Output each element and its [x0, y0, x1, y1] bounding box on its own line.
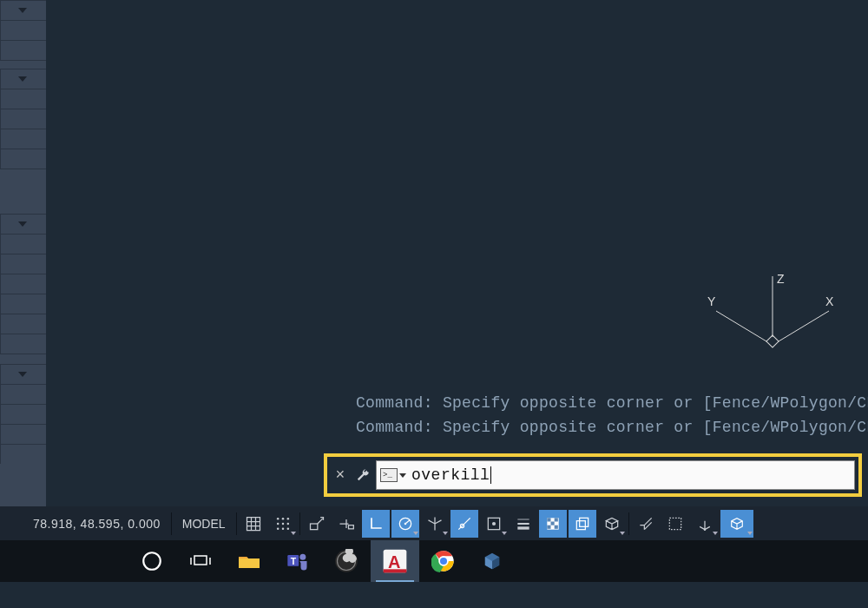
panel-cell[interactable]: [0, 274, 46, 294]
taskbar-autodesk-app[interactable]: [468, 540, 516, 582]
svg-text:A: A: [388, 552, 400, 572]
panel-cell[interactable]: [0, 404, 46, 424]
selection-cycling-button[interactable]: [569, 510, 596, 538]
chevron-down-icon: [502, 532, 507, 535]
panel-cell[interactable]: [0, 254, 46, 274]
model-space-button[interactable]: MODEL: [174, 517, 234, 531]
panel-cell[interactable]: [0, 129, 46, 149]
customize-icon[interactable]: [353, 466, 372, 485]
svg-point-4: [276, 517, 279, 519]
panel-dropdown[interactable]: [0, 69, 46, 89]
infer-constraints-button[interactable]: [303, 510, 331, 538]
svg-rect-25: [554, 525, 557, 528]
chevron-down-icon: [747, 532, 753, 535]
2d-object-snap-button[interactable]: [480, 510, 508, 538]
ucs-y-label: Y: [707, 294, 716, 308]
ortho-mode-button[interactable]: [362, 510, 390, 538]
svg-point-11: [281, 527, 284, 530]
drawing-canvas[interactable]: Z X Y Command: Specify opposite corner o…: [46, 0, 868, 506]
svg-point-6: [286, 517, 289, 519]
ucs-x-label: X: [825, 294, 834, 308]
panel-divider: [0, 60, 46, 69]
lineweight-button[interactable]: [510, 510, 537, 538]
divider: [171, 512, 172, 535]
svg-rect-0: [766, 335, 779, 347]
chevron-down-icon: [18, 8, 27, 13]
svg-rect-13: [310, 524, 317, 530]
panel-cell[interactable]: [0, 424, 46, 444]
svg-text:T: T: [291, 556, 297, 566]
3d-object-snap-button[interactable]: [598, 510, 626, 538]
coordinates-readout[interactable]: 78.918, 48.595, 0.000: [0, 517, 169, 531]
panel-gap: [0, 169, 46, 214]
svg-rect-31: [194, 556, 207, 565]
object-snap-tracking-button[interactable]: [450, 510, 478, 538]
svg-rect-26: [576, 520, 585, 529]
snap-mode-button[interactable]: [269, 510, 297, 538]
panel-cell[interactable]: [0, 444, 46, 464]
command-input[interactable]: >_ overkill: [376, 460, 855, 490]
ucs-z-label: Z: [777, 272, 785, 286]
command-history: Command: Specify opposite corner or [Fen…: [356, 391, 868, 439]
panel-dropdown[interactable]: [0, 0, 46, 20]
isometric-drafting-button[interactable]: [421, 510, 449, 538]
panel-cell[interactable]: [0, 294, 46, 314]
command-history-line: Command: Specify opposite corner or [Fen…: [356, 415, 868, 439]
svg-point-19: [491, 521, 495, 525]
command-prompt-icon: >_: [380, 468, 398, 482]
dynamic-ucs-button[interactable]: [632, 510, 660, 538]
svg-point-5: [281, 517, 284, 519]
selection-filter-button[interactable]: [661, 510, 689, 538]
recent-commands-icon[interactable]: [399, 473, 406, 478]
svg-point-29: [703, 528, 706, 531]
svg-point-10: [276, 527, 279, 530]
svg-rect-21: [547, 518, 550, 521]
svg-rect-28: [669, 518, 681, 529]
taskbar-cortana[interactable]: [128, 540, 176, 582]
text-caret: [490, 466, 491, 484]
panel-cell[interactable]: [0, 334, 46, 354]
svg-rect-23: [550, 521, 554, 525]
panel-cell[interactable]: [0, 314, 46, 334]
panel-dropdown[interactable]: [0, 214, 46, 234]
taskbar-task-view[interactable]: [176, 540, 225, 582]
svg-point-9: [286, 522, 289, 525]
divider: [236, 512, 237, 535]
gizmo-button[interactable]: [691, 510, 719, 538]
svg-rect-24: [547, 525, 550, 528]
svg-point-30: [143, 552, 161, 570]
panel-cell[interactable]: [0, 149, 46, 169]
panel-cell[interactable]: [0, 40, 46, 60]
chevron-down-icon: [291, 532, 296, 535]
divider: [299, 512, 300, 535]
dynamic-input-button[interactable]: [332, 510, 360, 538]
chevron-down-icon: [18, 76, 27, 82]
panel-cell[interactable]: [0, 109, 46, 129]
panel-cell[interactable]: [0, 20, 46, 40]
close-icon[interactable]: ×: [331, 466, 350, 485]
svg-point-16: [404, 522, 406, 525]
taskbar-teams[interactable]: T: [273, 540, 322, 582]
panel-gap: [0, 354, 46, 364]
svg-point-7: [276, 522, 279, 525]
panel-dropdown[interactable]: [0, 364, 46, 384]
chevron-down-icon: [443, 532, 448, 535]
taskbar-chrome[interactable]: [419, 540, 468, 582]
command-line[interactable]: × >_ overkill: [324, 453, 862, 497]
visual-style-button[interactable]: [720, 510, 753, 538]
grid-display-button[interactable]: [240, 510, 267, 538]
svg-point-34: [299, 554, 306, 560]
polar-tracking-button[interactable]: [391, 510, 419, 538]
status-bar: 78.918, 48.595, 0.000 MODEL: [0, 506, 868, 540]
panel-cell[interactable]: [0, 89, 46, 109]
taskbar-autocad[interactable]: A: [371, 540, 419, 582]
taskbar-obs[interactable]: [322, 540, 371, 582]
command-history-line: Command: Specify opposite corner or [Fen…: [356, 391, 868, 415]
panel-cell[interactable]: [0, 234, 46, 254]
transparency-button[interactable]: [539, 510, 567, 538]
taskbar-file-explorer[interactable]: [225, 540, 273, 582]
chevron-down-icon: [620, 532, 625, 535]
svg-rect-39: [384, 569, 407, 572]
svg-rect-27: [579, 518, 588, 526]
panel-cell[interactable]: [0, 384, 46, 404]
